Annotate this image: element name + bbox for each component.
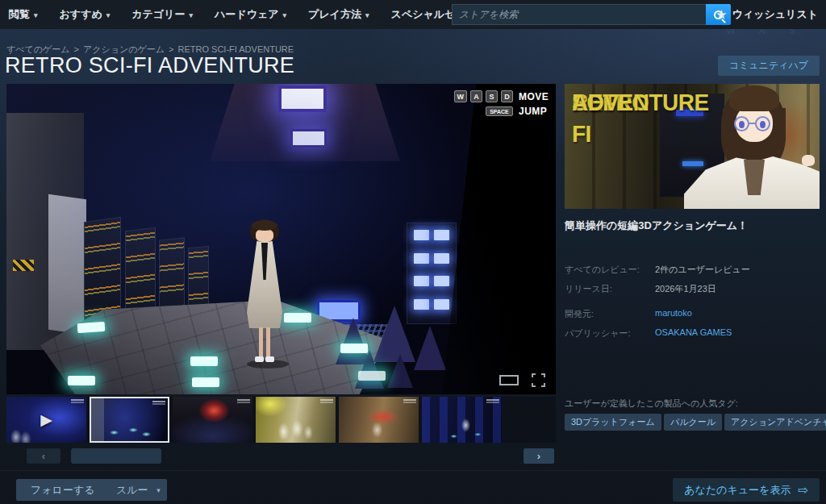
- tags-header: ユーザーが定義したこの製品への人気タグ:: [565, 398, 820, 410]
- steam-store-page: 閲覧 ▾ おすすめ ▾ カテゴリー ▾ ハードウェア ▾ プレイ方法 ▾ スペシ…: [0, 0, 826, 504]
- theater-mode-icon[interactable]: [499, 375, 519, 385]
- scene-cone: [387, 354, 413, 388]
- character-eye: [760, 121, 766, 128]
- chevron-down-icon: ▾: [365, 11, 369, 19]
- detail-label: 開発元:: [565, 308, 655, 320]
- nav-item-hardware[interactable]: ハードウェア ▾: [215, 7, 286, 22]
- scene-blue-light: [414, 299, 429, 310]
- controls-overlay: W A S D MOVE SPACE JUMP: [454, 90, 549, 117]
- release-date: 2026年1月23日: [655, 283, 716, 295]
- developer-link[interactable]: marutoko: [655, 308, 692, 320]
- thumbnails-next-button[interactable]: ›: [524, 448, 554, 464]
- nav-item-browse[interactable]: 閲覧 ▾: [9, 7, 38, 22]
- thumbnail-screenshot-selected[interactable]: [90, 397, 169, 443]
- scene-glow-tile: [284, 313, 311, 323]
- character-leg: [259, 327, 263, 358]
- scene-blue-light: [414, 276, 429, 286]
- character-eye: [739, 121, 745, 128]
- footer-actions: フォローする スルー ▾ あなたのキューを表示 ⇨: [0, 477, 826, 504]
- key-d: D: [501, 90, 513, 102]
- game-capsule-image: RETRO SCI-FI ADVENTURE: [565, 84, 820, 209]
- character-fist: [802, 155, 815, 166]
- play-icon: ▶: [6, 397, 86, 443]
- game-info-sidebar: RETRO SCI-FI ADVENTURE 簡単操作の短編3Dアクションゲーム…: [565, 84, 820, 347]
- key-w: W: [454, 90, 468, 102]
- search-input[interactable]: [452, 4, 706, 25]
- scene-blue-light: [414, 253, 429, 264]
- scene-blue-light: [434, 253, 449, 264]
- detail-row-release-date: リリース日: 2026年1月23日: [565, 283, 820, 295]
- nav-item-how-to-play[interactable]: プレイ方法 ▾: [308, 7, 369, 22]
- scene-glow-tile: [190, 356, 218, 366]
- chevron-down-icon: ▾: [106, 11, 111, 19]
- scene-glow-tile: [340, 344, 368, 353]
- star-icon: ★: [716, 8, 727, 21]
- queue-label: あなたのキューを表示: [684, 483, 791, 498]
- character-glasses-bridge: [749, 123, 756, 124]
- detail-label: パブリッシャー:: [565, 327, 655, 339]
- scene-blue-light: [434, 299, 449, 310]
- detail-label: リリース日:: [565, 283, 655, 295]
- tag-action-adventure[interactable]: アクションアドベンチャー: [724, 414, 826, 431]
- screenshot-thumbnails: ▶: [6, 397, 556, 443]
- scene-blue-light: [434, 276, 449, 286]
- jump-label: JUMP: [519, 106, 548, 117]
- key-space: SPACE: [486, 106, 513, 116]
- wishlist-link[interactable]: ★ ウィッシュリスト: [716, 0, 818, 29]
- tag-list: 3Dプラットフォーム パルクール アクションアドベンチャー +: [565, 414, 820, 431]
- character-face: [256, 229, 273, 242]
- store-search: [452, 4, 731, 25]
- scene-glow-tile: [68, 376, 95, 385]
- scene-character: [245, 219, 286, 366]
- jump-controls: SPACE JUMP: [486, 106, 548, 117]
- game-description: 簡単操作の短編3Dアクションゲーム！: [565, 219, 820, 233]
- wishlist-label: ウィッシュリスト: [732, 7, 818, 22]
- thumbnail-screenshot[interactable]: [173, 397, 252, 443]
- key-a: A: [470, 90, 482, 102]
- detail-row-publisher: パブリッシャー: OSAKANA GAMES: [565, 327, 820, 339]
- publisher-link[interactable]: OSAKANA GAMES: [655, 327, 732, 339]
- nav-label: カテゴリー: [131, 7, 185, 22]
- scene-glow-tile: [192, 377, 219, 387]
- popular-tags-section: ユーザーが定義したこの製品への人気タグ: 3Dプラットフォーム パルクール アク…: [565, 398, 820, 431]
- scene-blue-light: [434, 230, 449, 240]
- detail-row-reviews: すべてのレビュー: 2件のユーザーレビュー: [565, 264, 820, 276]
- character-shoe: [265, 356, 274, 362]
- community-hub-button[interactable]: コミュニティハブ: [718, 56, 820, 76]
- ignore-dropdown-button[interactable]: ▾: [150, 479, 167, 501]
- chevron-down-icon: ▾: [190, 11, 194, 19]
- scene-glow-tile: [358, 371, 386, 381]
- review-summary[interactable]: 2件のユーザーレビュー: [655, 264, 750, 276]
- character-bangs: [252, 220, 277, 231]
- thumbnail-screenshot[interactable]: [339, 397, 419, 443]
- tag-parkour[interactable]: パルクール: [664, 414, 722, 431]
- character-shoe: [255, 356, 264, 362]
- detail-label: すべてのレビュー:: [565, 264, 655, 276]
- nav-label: ハードウェア: [215, 7, 279, 22]
- tag-3d-platformer[interactable]: 3Dプラットフォーム: [565, 414, 661, 431]
- thumbnails-scrollbar-handle[interactable]: [71, 448, 161, 464]
- nav-item-categories[interactable]: カテゴリー ▾: [131, 7, 193, 22]
- chevron-down-icon: ▾: [34, 11, 38, 19]
- nav-item-recommended[interactable]: おすすめ ▾: [60, 7, 111, 22]
- character-leg: [266, 327, 270, 358]
- move-controls: W A S D MOVE: [454, 90, 549, 102]
- nav-menu: 閲覧 ▾ おすすめ ▾ カテゴリー ▾ ハードウェア ▾ プレイ方法 ▾ スペシ…: [0, 7, 506, 22]
- thumbnail-screenshot[interactable]: [256, 397, 336, 443]
- thumbnails-prev-button[interactable]: ‹: [27, 448, 60, 464]
- scene-glow-tile: [77, 322, 106, 333]
- follow-button[interactable]: フォローする: [16, 479, 110, 501]
- right-arrow-icon: ⇨: [798, 483, 808, 498]
- thumbnail-video[interactable]: ▶: [6, 397, 86, 443]
- key-s: S: [486, 90, 498, 102]
- character-hair-lock: [774, 108, 786, 155]
- view-queue-button[interactable]: あなたのキューを表示 ⇨: [673, 478, 820, 502]
- nav-label: 閲覧: [9, 7, 30, 22]
- thumbnail-screenshot[interactable]: [422, 397, 502, 443]
- capsule-title-line: ADVENTURE: [572, 87, 709, 119]
- detail-row-developer: 開発元: marutoko: [565, 308, 820, 320]
- fullscreen-icon[interactable]: [532, 373, 545, 387]
- main-media-player[interactable]: W A S D MOVE SPACE JUMP: [6, 84, 556, 394]
- scene-blue-light: [414, 230, 429, 240]
- scene-cone: [414, 326, 446, 370]
